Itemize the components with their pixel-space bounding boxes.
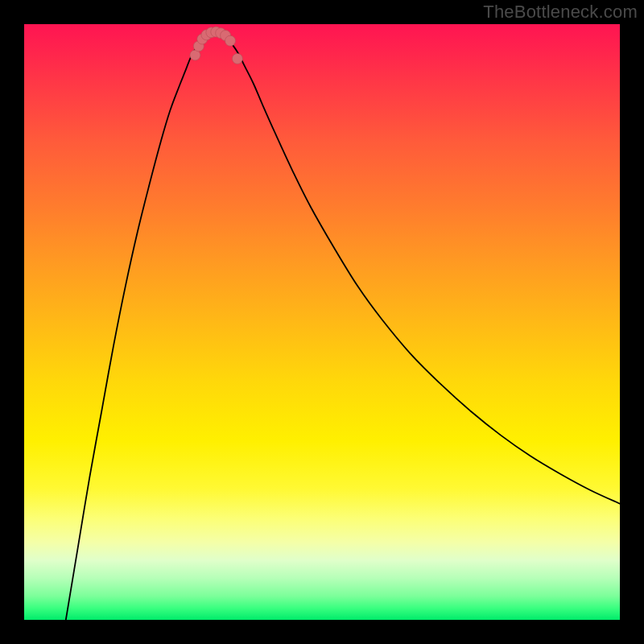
plot-svg [24,24,620,620]
bottleneck-curve [66,33,620,620]
plot-area [24,24,620,620]
watermark-text: TheBottleneck.com [483,2,638,23]
highlight-dot [225,35,236,46]
chart-container: TheBottleneck.com [0,0,644,644]
highlight-dots-group [190,27,243,64]
highlight-dot [232,53,242,64]
